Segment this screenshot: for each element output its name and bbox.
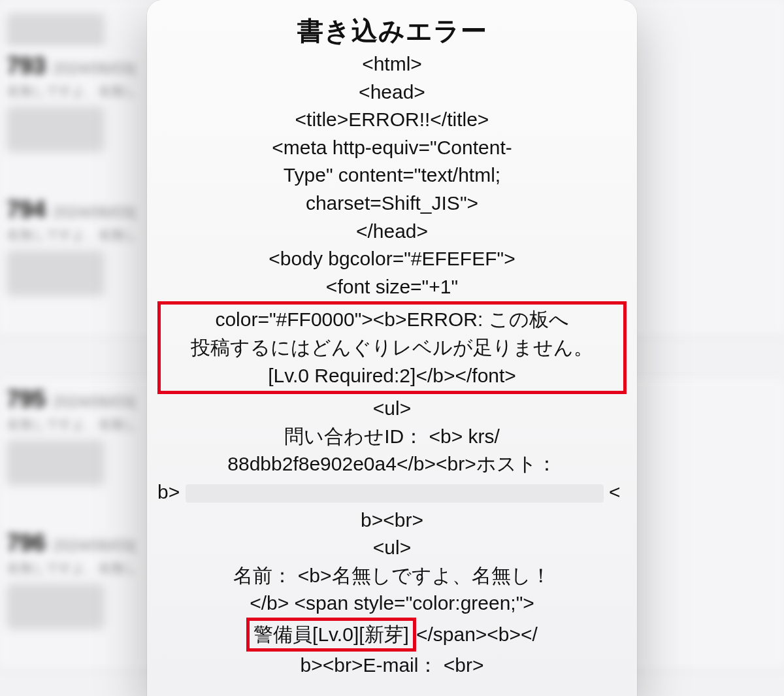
error-line: 名前： <b>名無しですよ、名無し！ [152, 562, 632, 590]
error-text-fragment: b> [157, 481, 180, 503]
post-number: 795 [7, 386, 46, 412]
error-line: b><br>E-mail： <br> [152, 652, 632, 680]
error-highlight-level: 警備員[Lv.0][新芽] [246, 618, 416, 652]
post-blur-placeholder [7, 250, 105, 296]
error-line: <font size="+1" [152, 273, 632, 301]
error-text-fragment: < [609, 481, 621, 503]
post-blur-placeholder [7, 107, 105, 152]
post-number: 793 [7, 52, 46, 79]
dialog-title: 書き込みエラー [152, 13, 632, 49]
post-date: 2024/06/03( [53, 537, 137, 554]
error-line: <html> [152, 50, 632, 78]
post-blur-placeholder [7, 440, 105, 486]
error-line-host: b> < [152, 478, 632, 506]
error-line: <title>ERROR!!</title> [152, 106, 632, 134]
error-text-fragment: </span><b></ [416, 623, 538, 645]
error-line: 投稿するにはどんぐりレベルが足りません。 [165, 334, 619, 362]
error-line: <body bgcolor="#EFEFEF"> [152, 245, 632, 273]
error-line: Type" content="text/html; [152, 161, 632, 190]
post-blur-placeholder [7, 584, 105, 629]
error-line: [Lv.0 Required:2]</b></font> [165, 362, 619, 390]
error-line: <head> [152, 78, 632, 107]
post-number: 794 [7, 196, 46, 223]
error-line: 警備員[Lv.0][新芽]</span><b></ [152, 618, 632, 652]
error-line: color="#FF0000"><b>ERROR: この板へ [165, 306, 619, 334]
error-line: b><br> [152, 506, 632, 535]
error-line: <ul> [152, 395, 632, 423]
error-line: 問い合わせID： <b> krs/ [152, 423, 632, 451]
error-line: <ul> [152, 534, 632, 562]
post-number: 796 [7, 529, 46, 556]
error-line: charset=Shift_JIS"> [152, 190, 632, 218]
redacted-host [186, 484, 604, 503]
error-line: <meta http-equiv="Content- [152, 134, 632, 162]
error-line: </head> [152, 218, 632, 246]
error-line: 88dbb2f8e902e0a4</b><br>ホスト： [152, 450, 632, 478]
post-date: 2024/06/03( [53, 59, 137, 77]
post-date: 2024/06/03( [53, 393, 137, 410]
dialog-body: <html> <head> <title>ERROR!!</title> <me… [152, 50, 632, 680]
error-highlight-primary: color="#FF0000"><b>ERROR: この板へ 投稿するにはどんぐ… [157, 301, 627, 394]
error-line: </b> <span style="color:green;"> [152, 589, 632, 618]
post-date: 2024/06/03( [53, 203, 137, 221]
error-dialog[interactable]: 書き込みエラー <html> <head> <title>ERROR!!</ti… [147, 0, 637, 696]
